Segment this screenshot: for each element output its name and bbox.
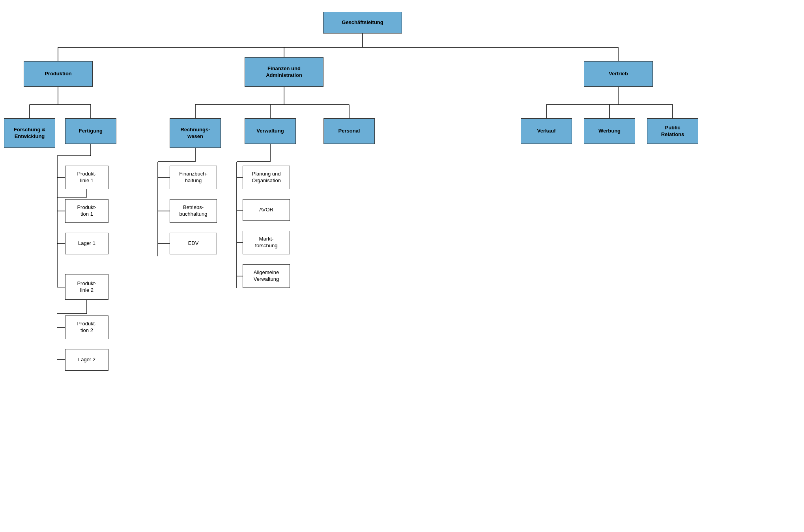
- node-label-finanzbuchhaltung: Finanzbuch- haltung: [179, 171, 208, 184]
- node-label-werbung: Werbung: [598, 128, 621, 134]
- node-avor: AVOR: [243, 199, 290, 221]
- node-label-produktion: Produktion: [45, 71, 72, 77]
- node-label-planung: Planung und Organisation: [252, 171, 281, 184]
- node-label-produktion2: Produkt- tion 2: [77, 321, 96, 334]
- node-label-allgemeine: Allgemeine Verwaltung: [254, 269, 279, 283]
- node-label-vertrieb: Vertrieb: [609, 71, 628, 77]
- node-werbung: Werbung: [584, 118, 635, 144]
- node-marktforschung: Markt- forschung: [243, 231, 290, 254]
- node-label-forschung: Forschung & Entwicklung: [14, 127, 45, 140]
- node-label-fertigung: Fertigung: [79, 128, 103, 134]
- node-label-lager1: Lager 1: [78, 240, 95, 247]
- node-label-betriebsbuchhaltung: Betriebs- buchhaltung: [179, 204, 208, 218]
- node-finanzbuchhaltung: Finanzbuch- haltung: [170, 166, 217, 189]
- org-chart: GeschäftsleitungProduktionFinanzen und A…: [0, 0, 804, 532]
- node-forschung: Forschung & Entwicklung: [4, 118, 55, 148]
- node-label-avor: AVOR: [259, 207, 273, 213]
- node-lager1: Lager 1: [65, 233, 108, 254]
- node-verkauf: Verkauf: [521, 118, 572, 144]
- node-geschaeftsleitung: Geschäftsleitung: [323, 12, 402, 34]
- node-finanzen: Finanzen und Administration: [245, 57, 323, 87]
- node-planung: Planung und Organisation: [243, 166, 290, 189]
- node-label-lager2: Lager 2: [78, 357, 95, 363]
- node-produktion1: Produkt- tion 1: [65, 199, 108, 223]
- node-label-geschaeftsleitung: Geschäftsleitung: [342, 19, 383, 26]
- node-label-verkauf: Verkauf: [537, 128, 556, 134]
- node-produktion: Produktion: [24, 61, 93, 87]
- node-label-verwaltung: Verwaltung: [256, 128, 284, 134]
- node-produktlinie1: Produkt- linie 1: [65, 166, 108, 189]
- node-vertrieb: Vertrieb: [584, 61, 653, 87]
- node-edv: EDV: [170, 233, 217, 254]
- node-public_relations: Public Relations: [647, 118, 698, 144]
- node-label-marktforschung: Markt- forschung: [255, 236, 277, 249]
- node-label-produktlinie2: Produkt- linie 2: [77, 280, 96, 294]
- node-rechnungswesen: Rechnungs- wesen: [170, 118, 221, 148]
- node-label-rechnungswesen: Rechnungs- wesen: [180, 127, 210, 140]
- node-label-produktion1: Produkt- tion 1: [77, 204, 96, 218]
- node-fertigung: Fertigung: [65, 118, 116, 144]
- connectors: [0, 0, 804, 532]
- node-verwaltung: Verwaltung: [245, 118, 296, 144]
- node-label-personal: Personal: [338, 128, 360, 134]
- node-allgemeine: Allgemeine Verwaltung: [243, 264, 290, 288]
- node-produktlinie2: Produkt- linie 2: [65, 274, 108, 300]
- node-label-edv: EDV: [188, 240, 199, 247]
- node-label-finanzen: Finanzen und Administration: [266, 65, 302, 79]
- node-label-public_relations: Public Relations: [661, 125, 684, 138]
- node-personal: Personal: [323, 118, 375, 144]
- node-lager2: Lager 2: [65, 349, 108, 371]
- node-produktion2: Produkt- tion 2: [65, 315, 108, 339]
- node-label-produktlinie1: Produkt- linie 1: [77, 171, 96, 184]
- node-betriebsbuchhaltung: Betriebs- buchhaltung: [170, 199, 217, 223]
